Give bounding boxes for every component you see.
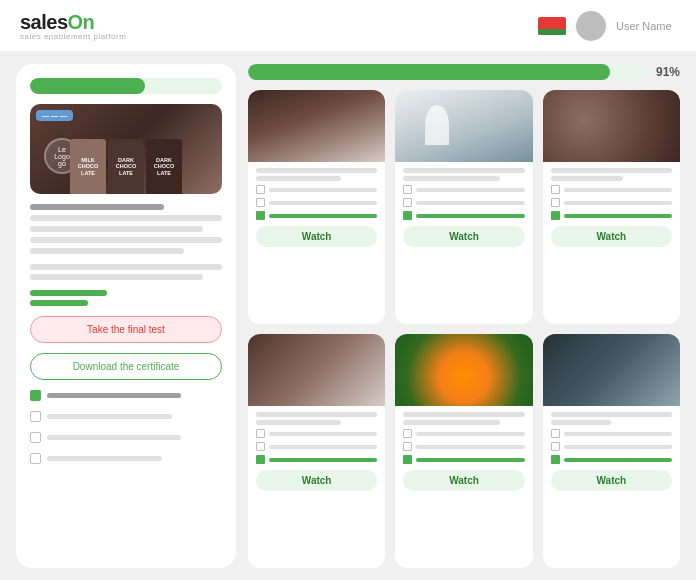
desc-line-3 <box>30 226 203 232</box>
vi-cb-row-4a <box>256 429 377 438</box>
desc-line-4 <box>30 237 222 243</box>
checkbox-row-3 <box>30 432 222 443</box>
checkbox-label-1 <box>47 393 181 398</box>
watch-button-3[interactable]: Watch <box>551 226 672 247</box>
video-card-6: Watch <box>543 334 680 568</box>
video-info-3: Watch <box>543 162 680 324</box>
vi-lines-5 <box>403 412 524 425</box>
logo-text: salesOn <box>20 11 126 34</box>
vi-cb-row-2c <box>403 211 524 220</box>
checkbox-row-2 <box>30 411 222 422</box>
watch-button-5[interactable]: Watch <box>403 470 524 491</box>
logo: salesOn sales enablement platform <box>20 11 126 41</box>
choc-bar-dark1: DARKCHOCOLATE <box>108 139 144 194</box>
user-name: User Name <box>616 20 676 32</box>
vi-cb-row-5b <box>403 442 524 451</box>
video-thumb-6 <box>543 334 680 406</box>
vi-lines-2 <box>403 168 524 181</box>
vi-cb-row-3b <box>551 198 672 207</box>
watch-button-4[interactable]: Watch <box>256 470 377 491</box>
logo-subtitle: sales enablement platform <box>20 32 126 41</box>
right-panel: 91% <box>248 64 680 568</box>
green-line-1 <box>30 290 107 296</box>
left-progress-fill <box>30 78 145 94</box>
checkbox-row-1 <box>30 390 222 401</box>
take-final-test-button[interactable]: Take the final test <box>30 316 222 343</box>
vi-lines-4 <box>256 412 377 425</box>
vi-cb-row-1c <box>256 211 377 220</box>
video-info-4: Watch <box>248 406 385 568</box>
right-header: 91% <box>248 64 680 80</box>
desc-line-5 <box>30 248 184 254</box>
vi-cb-row-6b <box>551 442 672 451</box>
course-description-lines <box>30 204 222 254</box>
main-content: — — — LeLogogo MILKCHOCOLATE DARKCHOCOLA… <box>0 52 696 580</box>
header: salesOn sales enablement platform User N… <box>0 0 696 52</box>
vi-cb-row-3c <box>551 211 672 220</box>
checkbox-empty-4[interactable] <box>30 453 41 464</box>
choc-bar-milk: MILKCHOCOLATE <box>70 139 106 194</box>
course-extra-lines <box>30 264 222 280</box>
vi-cb-row-3a <box>551 185 672 194</box>
video-card-3: Watch <box>543 90 680 324</box>
course-badge: — — — <box>36 110 73 121</box>
choc-bar-dark2: DARKCHOCOLATE <box>146 139 182 194</box>
checkbox-empty-2[interactable] <box>30 411 41 422</box>
vi-cb-row-5a <box>403 429 524 438</box>
vi-lines-6 <box>551 412 672 425</box>
course-image: — — — LeLogogo MILKCHOCOLATE DARKCHOCOLA… <box>30 104 222 194</box>
video-thumb-5 <box>395 334 532 406</box>
vi-lines-3 <box>551 168 672 181</box>
watch-button-1[interactable]: Watch <box>256 226 377 247</box>
course-green-lines <box>30 290 222 306</box>
chocolate-bars: MILKCHOCOLATE DARKCHOCOLATE DARKCHOCOLAT… <box>30 139 222 194</box>
video-thumb-1 <box>248 90 385 162</box>
video-thumb-2 <box>395 90 532 162</box>
video-card-4: Watch <box>248 334 385 568</box>
extra-line-1 <box>30 264 222 270</box>
left-panel: — — — LeLogogo MILKCHOCOLATE DARKCHOCOLA… <box>16 64 236 568</box>
vi-cb-row-6c <box>551 455 672 464</box>
logo-accent: On <box>68 11 95 33</box>
left-progress-bar <box>30 78 222 94</box>
watch-button-2[interactable]: Watch <box>403 226 524 247</box>
vi-lines-1 <box>256 168 377 181</box>
checkbox-label-4 <box>47 456 162 461</box>
video-card-2: Watch <box>395 90 532 324</box>
right-progress-fill <box>248 64 610 80</box>
vi-cb-row-1b <box>256 198 377 207</box>
video-info-2: Watch <box>395 162 532 324</box>
checkbox-row-4 <box>30 453 222 464</box>
checkbox-empty-3[interactable] <box>30 432 41 443</box>
vi-cb-row-6a <box>551 429 672 438</box>
checkbox-label-3 <box>47 435 181 440</box>
desc-line-1 <box>30 204 164 210</box>
vi-cb-row-2a <box>403 185 524 194</box>
desc-line-2 <box>30 215 222 221</box>
right-progress-bar <box>248 64 646 80</box>
video-thumb-4 <box>248 334 385 406</box>
download-certificate-button[interactable]: Download the certificate <box>30 353 222 380</box>
green-line-2 <box>30 300 88 306</box>
progress-percent-label: 91% <box>656 65 680 79</box>
video-info-1: Watch <box>248 162 385 324</box>
extra-line-2 <box>30 274 203 280</box>
checkbox-checked-1[interactable] <box>30 390 41 401</box>
watch-button-6[interactable]: Watch <box>551 470 672 491</box>
vi-cb-row-5c <box>403 455 524 464</box>
checkbox-label-2 <box>47 414 172 419</box>
vi-cb-row-4b <box>256 442 377 451</box>
video-thumb-3 <box>543 90 680 162</box>
header-right: User Name <box>538 11 676 41</box>
vi-cb-row-2b <box>403 198 524 207</box>
video-card-1: Watch <box>248 90 385 324</box>
video-info-5: Watch <box>395 406 532 568</box>
video-info-6: Watch <box>543 406 680 568</box>
vi-cb-row-1a <box>256 185 377 194</box>
avatar <box>576 11 606 41</box>
video-grid: Watch <box>248 90 680 568</box>
video-card-5: Watch <box>395 334 532 568</box>
language-selector[interactable] <box>538 17 566 35</box>
vi-cb-row-4c <box>256 455 377 464</box>
